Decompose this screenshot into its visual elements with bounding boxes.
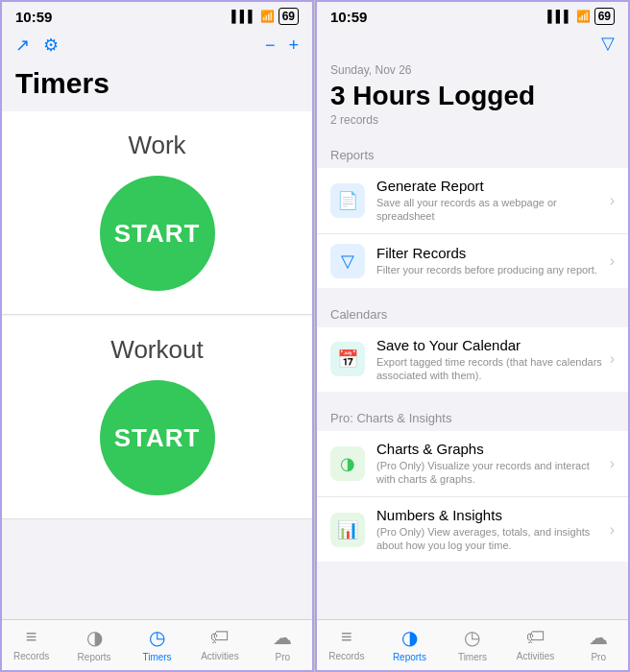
charts-graphs-subtitle: (Pro Only) Visualize your records and in… (376, 459, 604, 487)
generate-report-text: Generate Report Save all your records as… (376, 178, 604, 224)
right-records-tab-label: Records (328, 651, 364, 661)
right-activities-tab-label: Activities (517, 651, 554, 661)
activities-tab-label: Activities (201, 651, 238, 661)
numbers-insights-icon: 📊 (337, 519, 358, 540)
generate-report-icon: 📄 (337, 190, 358, 211)
right-reports-tab-label: Reports (393, 652, 426, 662)
section-header-reports: Reports (315, 136, 630, 168)
calendars-list-section: 📅 Save to Your Calendar Export tagged ti… (315, 327, 630, 393)
start-button-workout[interactable]: START (100, 380, 215, 495)
right-pro-tab-icon: ☁ (589, 626, 608, 649)
right-records-tab-icon: ≡ (341, 626, 352, 648)
reports-tab-label: Reports (78, 652, 111, 662)
numbers-insights-icon-wrap: 📊 (330, 513, 365, 547)
pro-tab-icon: ☁ (273, 626, 292, 649)
numbers-insights-text: Numbers & Insights (Pro Only) View avera… (376, 507, 604, 553)
pro-list-section: ◑ Charts & Graphs (Pro Only) Visualize y… (315, 431, 630, 562)
save-calendar-row[interactable]: 📅 Save to Your Calendar Export tagged ti… (315, 327, 630, 393)
right-status-time: 10:59 (330, 9, 367, 25)
right-tab-pro[interactable]: ☁ Pro (567, 626, 630, 662)
sliders-icon[interactable]: ⚙ (43, 35, 59, 56)
filter-records-icon-wrap: ▽ (330, 244, 365, 278)
save-calendar-chevron: › (610, 350, 615, 368)
right-tab-timers[interactable]: ◷ Timers (441, 626, 504, 662)
save-calendar-icon: 📅 (337, 348, 358, 370)
left-tab-reports[interactable]: ◑ Reports (62, 626, 125, 662)
reports-tab-icon: ◑ (86, 626, 103, 649)
right-activities-tab-icon: 🏷 (526, 626, 545, 648)
gap-1 (315, 288, 630, 296)
timer-item-work: Work START (0, 111, 314, 315)
generate-report-title: Generate Report (376, 178, 604, 194)
records-tab-label: Records (13, 651, 49, 661)
filter-records-subtitle: Filter your records before producing any… (376, 263, 604, 276)
timer-name-work: Work (128, 131, 185, 160)
left-nav-left: ↗ ⚙ (15, 35, 59, 56)
plus-icon[interactable]: + (288, 36, 299, 56)
filter-records-icon: ▽ (341, 251, 354, 272)
left-status-time: 10:59 (15, 9, 52, 25)
right-tab-activities[interactable]: 🏷 Activities (504, 626, 568, 662)
left-status-icons: ▌▌▌ 📶 69 (231, 8, 299, 25)
left-tab-activities[interactable]: 🏷 Activities (188, 626, 251, 662)
minus-icon[interactable]: − (265, 36, 276, 56)
send-icon[interactable]: ↗ (15, 35, 30, 56)
right-timers-tab-icon: ◷ (464, 626, 480, 649)
right-timers-tab-label: Timers (458, 652, 487, 662)
generate-report-chevron: › (610, 192, 615, 209)
right-status-bar: 10:59 ▌▌▌ 📶 69 (315, 0, 630, 29)
signal-icon: ▌▌▌ (231, 10, 256, 23)
right-header: Sunday, Nov 26 3 Hours Logged 2 records (315, 60, 630, 136)
left-tab-pro[interactable]: ☁ Pro (252, 626, 314, 662)
generate-report-subtitle: Save all your records as a webpage or sp… (376, 196, 604, 224)
right-battery-indicator: 69 (594, 8, 615, 25)
activities-tab-icon: 🏷 (210, 626, 230, 648)
save-calendar-icon-wrap: 📅 (330, 342, 365, 376)
timer-item-workout: Workout START (0, 316, 314, 519)
filter-icon[interactable]: ▽ (601, 33, 615, 54)
pro-tab-label: Pro (276, 652, 291, 662)
filter-records-text: Filter Records Filter your records befor… (376, 245, 604, 276)
filter-records-chevron: › (610, 252, 615, 270)
numbers-insights-subtitle: (Pro Only) View averages, totals, and in… (376, 525, 604, 553)
right-tab-records[interactable]: ≡ Records (315, 626, 378, 662)
reports-list-section: 📄 Generate Report Save all your records … (315, 168, 630, 288)
charts-graphs-chevron: › (610, 455, 615, 472)
generate-report-row[interactable]: 📄 Generate Report Save all your records … (315, 168, 630, 234)
records-tab-icon: ≡ (26, 626, 37, 648)
right-pro-tab-label: Pro (591, 652, 606, 662)
records-count: 2 records (330, 113, 615, 127)
left-nav-bar: ↗ ⚙ − + (0, 29, 314, 63)
right-wifi-icon: 📶 (576, 10, 591, 23)
right-tab-reports[interactable]: ◑ Reports (378, 626, 442, 662)
timers-list: Work START Workout START (0, 111, 314, 619)
save-calendar-title: Save to Your Calendar (376, 337, 604, 353)
start-button-work[interactable]: START (100, 176, 215, 291)
charts-graphs-text: Charts & Graphs (Pro Only) Visualize you… (376, 441, 604, 487)
left-status-bar: 10:59 ▌▌▌ 📶 69 (0, 0, 314, 29)
wifi-icon: 📶 (260, 10, 275, 23)
filter-records-row[interactable]: ▽ Filter Records Filter your records bef… (315, 234, 630, 288)
charts-graphs-row[interactable]: ◑ Charts & Graphs (Pro Only) Visualize y… (315, 431, 630, 497)
charts-graphs-icon-wrap: ◑ (330, 446, 365, 481)
right-tab-bar: ≡ Records ◑ Reports ◷ Timers 🏷 Activitie… (315, 619, 630, 672)
numbers-insights-title: Numbers & Insights (376, 507, 604, 523)
numbers-insights-chevron: › (610, 521, 615, 539)
numbers-insights-row[interactable]: 📊 Numbers & Insights (Pro Only) View ave… (315, 497, 630, 563)
generate-report-icon-wrap: 📄 (330, 183, 365, 218)
timers-tab-icon: ◷ (149, 626, 165, 649)
right-nav-bar: ▽ (315, 29, 630, 60)
left-tab-timers[interactable]: ◷ Timers (126, 626, 188, 662)
save-calendar-text: Save to Your Calendar Export tagged time… (376, 337, 604, 383)
reports-content: Reports 📄 Generate Report Save all your … (315, 136, 630, 619)
right-signal-icon: ▌▌▌ (547, 10, 572, 23)
right-panel: 10:59 ▌▌▌ 📶 69 ▽ Sunday, Nov 26 3 Hours … (315, 0, 630, 672)
left-tab-records[interactable]: ≡ Records (0, 626, 62, 662)
left-panel: 10:59 ▌▌▌ 📶 69 ↗ ⚙ − + Timers Work START… (0, 0, 315, 672)
left-nav-right: − + (265, 36, 299, 56)
gap-2 (315, 392, 630, 399)
start-label-work: START (114, 219, 201, 249)
section-header-calendars: Calendars (315, 296, 630, 327)
left-tab-bar: ≡ Records ◑ Reports ◷ Timers 🏷 Activitie… (0, 619, 314, 672)
filter-records-title: Filter Records (376, 245, 604, 261)
